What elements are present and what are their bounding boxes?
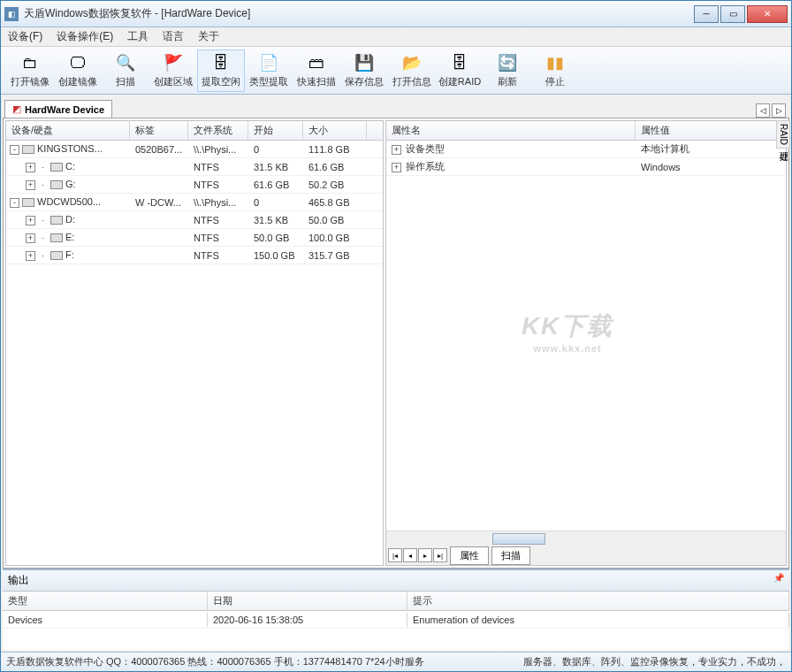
type-extract-button[interactable]: 📄类型提取 [245,50,293,92]
refresh-button[interactable]: 🔄刷新 [484,50,531,92]
table-row[interactable]: -WDCWD500...W -DCW...\\.\Physi...0465.8 … [6,194,383,211]
table-row[interactable]: Devices2020-06-16 15:38:05Enumeration of… [3,611,789,629]
create-image-button[interactable]: 🖵创建镜像 [54,50,102,92]
tree-toggle[interactable]: · [38,252,48,262]
output-col-hint[interactable]: 提示 [407,592,789,610]
tab-next-button[interactable]: ▷ [772,103,786,118]
tree-toggle[interactable]: · [38,181,48,191]
table-row[interactable]: +·D:NTFS31.5 KB50.0 GB [6,211,383,229]
window-title: 天盾Windows数据恢复软件 - [HardWare Device] [24,6,694,21]
device-label [130,183,188,187]
close-button[interactable]: ✕ [747,5,788,23]
tree-toggle[interactable]: + [26,216,35,225]
tree-toggle[interactable]: + [392,163,401,172]
inner-tab-next[interactable]: ▸ [418,548,432,562]
inner-tab-first[interactable]: |◂ [388,548,402,562]
disk-icon [22,198,34,207]
open-image-button[interactable]: 🗀打开镜像 [6,50,54,92]
inner-tab-scan[interactable]: 扫描 [491,546,530,565]
tree-toggle[interactable]: + [26,180,35,190]
device-name: G: [65,179,76,189]
create-raid-button[interactable]: 🗄创建RAID [436,50,484,92]
inner-tab-prev[interactable]: ◂ [403,548,417,562]
tree-toggle[interactable]: · [38,217,48,226]
output-col-type[interactable]: 类型 [3,592,208,610]
minimize-button[interactable]: ─ [694,5,719,23]
inner-tab-properties[interactable]: 属性 [450,546,489,565]
menu-device[interactable]: 设备(F) [8,29,42,44]
inner-tab-last[interactable]: ▸| [433,548,447,562]
device-size: 315.7 GB [303,248,367,263]
output-col-date[interactable]: 日期 [208,592,407,610]
col-size[interactable]: 大小 [303,121,367,140]
open-info-icon: 📂 [401,52,423,73]
table-row[interactable]: +操作系统Windows [386,158,786,176]
device-label: 0520B67... [130,142,188,157]
table-row[interactable]: -KINGSTONS...0520B67...\\.\Physi...0111.… [6,141,383,158]
open-info-button[interactable]: 📂打开信息 [388,50,436,92]
device-fs: \\.\Physi... [188,142,248,157]
device-name: C: [65,161,75,172]
raid-icon: 🗄 [449,52,470,73]
scan-button[interactable]: 🔍扫描 [102,50,149,92]
horizontal-scrollbar[interactable] [386,531,786,546]
tree-toggle[interactable]: + [26,163,35,172]
device-start: 0 [248,195,303,210]
tree-toggle[interactable]: · [38,164,48,173]
col-property-value[interactable]: 属性值 [636,121,786,140]
tree-toggle[interactable]: - [10,145,19,155]
output-title: 输出 [8,573,29,588]
output-type: Devices [3,613,208,627]
col-property-name[interactable]: 属性名 [386,121,636,140]
toolbar: 🗀打开镜像 🖵创建镜像 🔍扫描 🚩创建区域 🗄提取空闲 📄类型提取 🗃快速扫描 … [1,47,791,95]
property-value: 本地计算机 [636,141,786,157]
menu-about[interactable]: 关于 [198,29,219,44]
extract-space-button[interactable]: 🗄提取空闲 [197,50,245,92]
create-region-button[interactable]: 🚩创建区域 [149,50,197,92]
drive-icon [50,251,63,260]
col-filesystem[interactable]: 文件系统 [188,121,248,140]
col-label[interactable]: 标签 [130,121,188,140]
tree-toggle[interactable]: + [26,251,35,261]
quick-scan-button[interactable]: 🗃快速扫描 [293,50,340,92]
table-row[interactable]: +·G:NTFS61.6 GB50.2 GB [6,176,383,194]
table-row[interactable]: +·F:NTFS150.0 GB315.7 GB [6,247,383,264]
open-image-icon: 🗀 [19,52,41,73]
tree-toggle[interactable]: + [392,145,401,155]
device-size: 111.8 GB [303,142,367,157]
table-row[interactable]: +设备类型本地计算机 [386,141,786,158]
scan-icon: 🔍 [115,52,136,73]
menu-language[interactable]: 语言 [163,29,184,44]
tab-prev-button[interactable]: ◁ [756,103,770,118]
output-grid[interactable]: Devices2020-06-16 15:38:05Enumeration of… [3,611,789,650]
device-label [130,254,188,257]
device-name: D: [65,214,75,225]
col-device[interactable]: 设备/硬盘 [6,121,130,140]
tree-toggle[interactable]: + [26,233,35,243]
quick-scan-icon: 🗃 [306,52,327,73]
output-date: 2020-06-16 15:38:05 [208,613,407,627]
device-fs: \\.\Physi... [188,195,248,210]
tab-hardware-device[interactable]: ◩ HardWare Device [4,100,112,118]
drive-icon [50,180,63,189]
device-fs: NTFS [188,231,248,245]
table-row[interactable]: +·E:NTFS50.0 GB100.0 GB [6,229,383,247]
tree-toggle[interactable]: - [10,198,19,208]
side-tab-raid[interactable]: RAID处理 [776,120,790,149]
device-fs: NTFS [188,248,248,263]
device-size: 465.8 GB [303,195,367,210]
pin-icon[interactable]: 📌 [773,573,784,588]
tree-toggle[interactable]: · [38,234,48,244]
save-info-button[interactable]: 💾保存信息 [340,50,388,92]
maximize-button[interactable]: ▭ [720,5,745,23]
stop-button[interactable]: ▮▮停止 [531,50,579,92]
device-fs: NTFS [188,160,248,174]
menu-tools[interactable]: 工具 [127,29,148,44]
col-start[interactable]: 开始 [248,121,303,140]
menu-device-ops[interactable]: 设备操作(E) [57,29,113,44]
device-grid[interactable]: -KINGSTONS...0520B67...\\.\Physi...0111.… [6,141,383,565]
table-row[interactable]: +·C:NTFS31.5 KB61.6 GB [6,158,383,176]
device-name: KINGSTONS... [37,143,103,154]
device-tree-pane: 设备/硬盘 标签 文件系统 开始 大小 -KINGSTONS...0520B67… [5,120,384,566]
property-grid[interactable]: KK下载www.kkx.net +设备类型本地计算机+操作系统Windows [386,141,786,531]
